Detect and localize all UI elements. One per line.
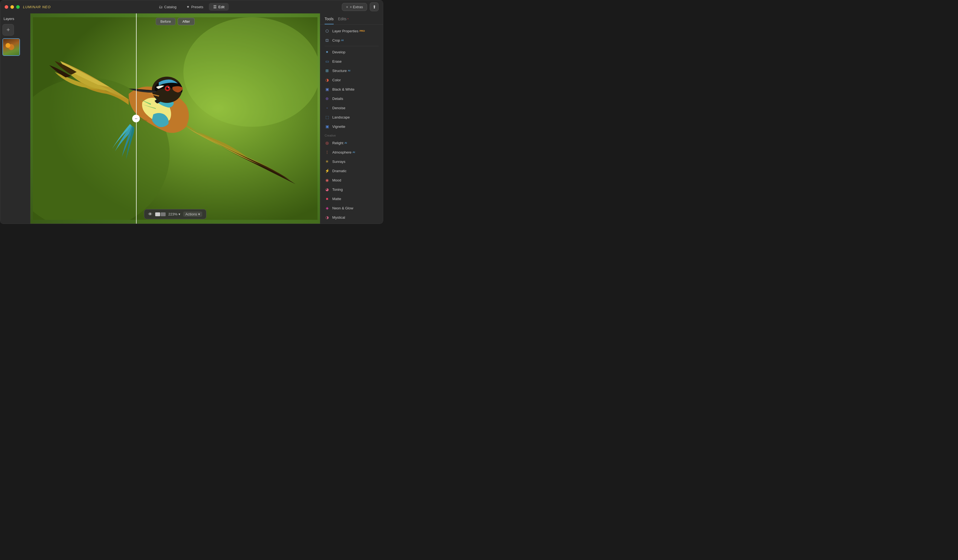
structure-label: Structure AI (332, 69, 351, 73)
structure-icon: ⊞ (325, 68, 330, 73)
tool-relight[interactable]: ◎ Relight AI (320, 138, 383, 148)
tool-erase[interactable]: ▭ Erase (320, 57, 383, 66)
tool-sunrays[interactable]: ✳ Sunrays (320, 157, 383, 166)
tool-atmosphere[interactable]: ⋮ Atmosphere AI (320, 148, 383, 157)
zoom-value: 223% (168, 212, 178, 216)
toning-icon: ◕ (325, 187, 330, 192)
tool-layer-properties[interactable]: ⬡ Layer Properties PRO (320, 26, 383, 36)
tool-landscape[interactable]: ⬚ Landscape (320, 113, 383, 122)
tab-tools[interactable]: Tools (325, 17, 334, 24)
relight-icon: ◎ (325, 140, 330, 145)
crop-icon: ⊡ (325, 38, 330, 43)
mood-label: Mood (332, 178, 341, 182)
layers-title: Layers (2, 17, 28, 21)
landscape-label: Landscape (332, 115, 350, 119)
color-icon: ◑ (325, 78, 330, 82)
eye-icon[interactable]: 👁 (148, 212, 152, 217)
layer-thumb-image (3, 39, 19, 55)
photo-canvas: ↔ (30, 13, 320, 224)
erase-label: Erase (332, 59, 342, 63)
toning-label: Toning (332, 187, 343, 192)
main-content: Layers + Before After (0, 13, 383, 224)
denoise-icon: ▫ (325, 105, 330, 110)
tool-vignette[interactable]: ▣ Vignette (320, 122, 383, 131)
bird-svg (33, 17, 317, 220)
zoom-control[interactable]: 223% ▾ (168, 212, 180, 216)
close-button[interactable] (5, 5, 8, 9)
atmosphere-icon: ⋮ (325, 150, 330, 155)
before-after-controls: Before After (156, 18, 195, 25)
tool-glow[interactable]: ✦ Glow (320, 222, 383, 224)
extras-plus-icon: + (346, 5, 348, 9)
nav-edit[interactable]: ☰ Edit (209, 3, 229, 11)
matte-icon: ■ (325, 196, 330, 201)
add-layer-button[interactable]: + (2, 24, 14, 36)
share-button[interactable]: ⬆ (370, 2, 379, 11)
split-view-icon[interactable] (161, 213, 166, 216)
view-mode-selector (155, 213, 166, 216)
black-white-icon: ▣ (325, 87, 330, 92)
landscape-icon: ⬚ (325, 115, 330, 120)
app-logo: LUMINAR NEO (23, 5, 51, 9)
app-title: LUMINAR NEO (23, 5, 51, 9)
sunrays-label: Sunrays (332, 160, 346, 164)
tool-denoise[interactable]: ▫ Denoise (320, 103, 383, 113)
traffic-lights (5, 5, 20, 9)
relight-label: Relight AI (332, 141, 347, 145)
tool-black-white[interactable]: ▣ Black & White (320, 84, 383, 94)
actions-label: Actions (185, 212, 197, 216)
matte-label: Matte (332, 197, 341, 201)
edits-dot-badge: • (347, 17, 349, 20)
layer-properties-label: Layer Properties PRO (332, 29, 365, 33)
develop-icon: ✦ (325, 49, 330, 54)
extras-button[interactable]: + + Extras (342, 3, 367, 11)
relight-ai-badge: AI (344, 141, 347, 144)
nav-catalog[interactable]: 🗂 Catalog (154, 3, 181, 11)
layer-thumb-bird-preview (3, 39, 19, 55)
split-handle[interactable]: ↔ (132, 115, 140, 122)
single-view-icon[interactable] (155, 213, 160, 216)
divider-1 (325, 46, 379, 46)
mystical-label: Mystical (332, 216, 345, 219)
layer-thumbnail[interactable] (2, 38, 20, 56)
tool-structure[interactable]: ⊞ Structure AI (320, 66, 383, 75)
tool-neon-glow[interactable]: ◈ Neon & Glow (320, 203, 383, 213)
nav-presets[interactable]: ✦ Presets (182, 3, 208, 11)
erase-icon: ▭ (325, 59, 330, 64)
title-bar-right: + + Extras ⬆ (342, 2, 379, 11)
minimize-button[interactable] (10, 5, 14, 9)
svg-point-7 (168, 87, 169, 88)
structure-ai-badge: AI (348, 69, 351, 72)
creative-section-label: Creative (320, 131, 383, 138)
fullscreen-button[interactable] (16, 5, 20, 9)
tool-crop[interactable]: ⊡ Crop AI (320, 36, 383, 45)
svg-point-2 (183, 17, 317, 127)
bottom-toolbar: 👁 223% ▾ Actions ▾ (144, 209, 206, 219)
tool-color[interactable]: ◑ Color (320, 75, 383, 84)
tool-dramatic[interactable]: ⚡ Dramatic (320, 166, 383, 175)
catalog-icon: 🗂 (159, 5, 163, 9)
layer-properties-icon: ⬡ (325, 29, 330, 33)
tool-details[interactable]: ⊛ Details (320, 94, 383, 103)
before-label[interactable]: Before (156, 18, 176, 25)
tool-matte[interactable]: ■ Matte (320, 194, 383, 203)
app-window: LUMINAR NEO 🗂 Catalog ✦ Presets ☰ Edit +… (0, 0, 383, 224)
tool-toning[interactable]: ◕ Toning (320, 185, 383, 194)
actions-chevron-icon: ▾ (198, 212, 200, 216)
actions-button[interactable]: Actions ▾ (183, 212, 202, 217)
details-label: Details (332, 97, 343, 101)
details-icon: ⊛ (325, 96, 330, 101)
tool-develop[interactable]: ✦ Develop (320, 48, 383, 57)
develop-label: Develop (332, 50, 346, 54)
tool-mystical[interactable]: ◑ Mystical (320, 213, 383, 222)
tool-mood[interactable]: ◉ Mood (320, 175, 383, 185)
vignette-icon: ▣ (325, 124, 330, 129)
edit-icon: ☰ (213, 5, 217, 9)
tab-edits[interactable]: Edits • (338, 17, 349, 24)
bird-image (30, 13, 320, 224)
sunrays-icon: ✳ (325, 159, 330, 164)
after-label[interactable]: After (178, 18, 194, 25)
vignette-label: Vignette (332, 125, 345, 128)
color-label: Color (332, 78, 341, 82)
crop-label: Crop AI (332, 38, 344, 43)
